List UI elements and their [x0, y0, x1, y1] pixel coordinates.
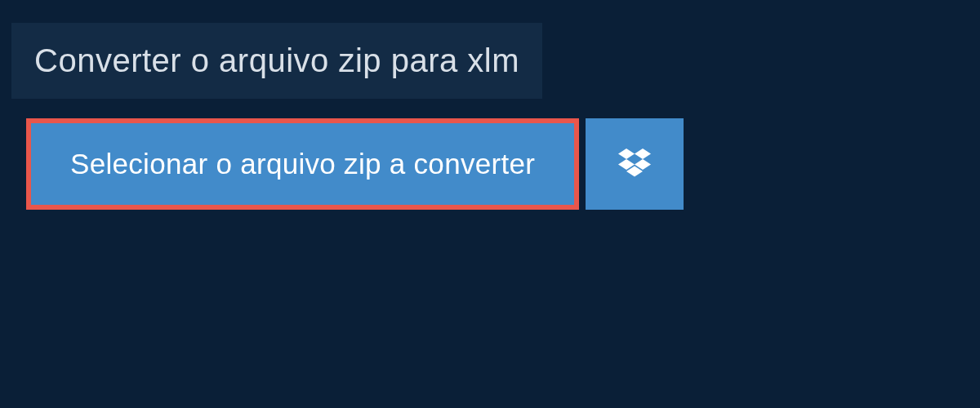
select-file-button[interactable]: Selecionar o arquivo zip a converter: [26, 118, 579, 210]
page-title: Converter o arquivo zip para xlm: [34, 42, 519, 79]
dropbox-button[interactable]: [586, 118, 684, 210]
dropbox-icon: [618, 149, 651, 180]
header-box: Converter o arquivo zip para xlm: [11, 23, 542, 99]
button-row: Selecionar o arquivo zip a converter: [26, 118, 980, 210]
